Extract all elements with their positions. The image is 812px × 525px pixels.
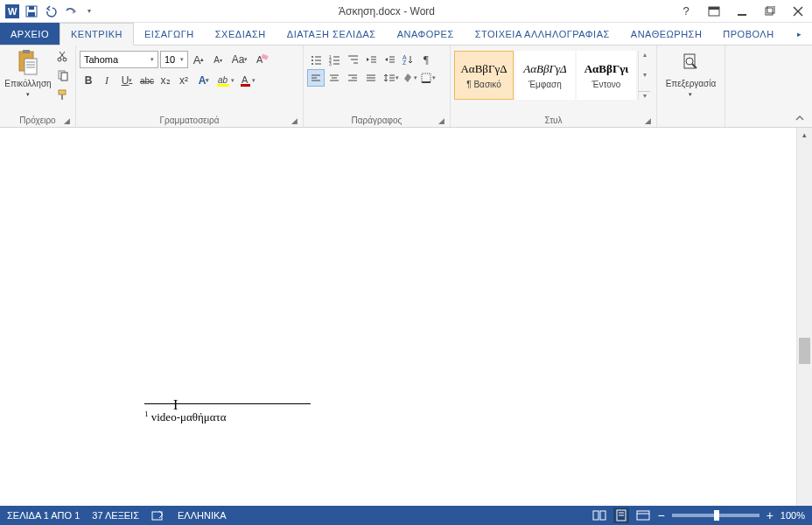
- tab-insert[interactable]: ΕΙΣΑΓΩΓΗ: [134, 23, 205, 45]
- show-marks-icon[interactable]: ¶: [417, 51, 435, 68]
- style-sample-strong: ΑαΒβΓγι: [584, 62, 629, 76]
- superscript-button[interactable]: x²: [175, 72, 192, 89]
- bullets-icon[interactable]: [307, 51, 325, 68]
- scroll-up-icon[interactable]: ▴: [797, 128, 812, 142]
- style-strong[interactable]: ΑαΒβΓγι Έντονο: [577, 51, 636, 100]
- status-bar: ΣΕΛΙΔΑ 1 ΑΠΟ 1 37 ΛΕΞΕΙΣ ΕΛΛΗΝΙΚΑ − + 10…: [0, 506, 812, 525]
- justify-icon[interactable]: [362, 69, 380, 87]
- subscript-button[interactable]: x₂: [157, 72, 174, 89]
- tab-home[interactable]: ΚΕΝΤΡΙΚΗ: [60, 23, 134, 46]
- svg-rect-76: [593, 511, 598, 520]
- style-normal[interactable]: ΑαΒβΓγΔ ¶ Βασικό: [454, 51, 514, 100]
- svg-text:A: A: [242, 74, 248, 85]
- style-sample-emphasis: ΑαΒβΓγΔ: [523, 62, 566, 76]
- clipboard-dialog-launcher-icon[interactable]: ◢: [61, 116, 72, 126]
- tab-file[interactable]: ΑΡΧΕΙΟ: [0, 23, 60, 45]
- increase-indent-icon[interactable]: [381, 51, 398, 68]
- collapse-ribbon-icon[interactable]: [793, 111, 807, 125]
- status-word-count[interactable]: 37 ΛΕΞΕΙΣ: [92, 510, 139, 521]
- align-center-icon[interactable]: [326, 69, 343, 87]
- change-case-icon[interactable]: Aa▾: [228, 51, 251, 68]
- sort-icon[interactable]: AZ: [399, 51, 416, 68]
- grow-font-icon[interactable]: A▴: [190, 51, 207, 68]
- svg-rect-14: [24, 59, 37, 74]
- format-painter-icon[interactable]: [54, 86, 72, 103]
- svg-point-73: [686, 58, 693, 65]
- tab-references[interactable]: ΑΝΑΦΟΡΕΣ: [387, 23, 465, 45]
- document-page[interactable]: I 1 video-μαθήματα: [35, 128, 779, 506]
- maximize-icon[interactable]: [760, 3, 780, 20]
- font-name-combo[interactable]: Tahoma▾: [80, 51, 158, 68]
- svg-rect-3: [29, 6, 34, 10]
- zoom-slider-thumb[interactable]: [714, 510, 719, 521]
- footnote-text[interactable]: 1 video-μαθήματα: [144, 410, 311, 424]
- numbering-icon[interactable]: 123: [326, 51, 343, 68]
- cut-icon[interactable]: [54, 47, 72, 65]
- svg-point-32: [312, 56, 313, 58]
- vertical-scrollbar[interactable]: ▴: [796, 128, 812, 506]
- italic-button[interactable]: I: [98, 72, 116, 89]
- web-layout-icon[interactable]: [636, 509, 650, 522]
- font-color-icon[interactable]: A▾: [237, 72, 258, 89]
- svg-text:W: W: [8, 6, 18, 17]
- paste-button[interactable]: Επικόλληση▾: [4, 47, 52, 98]
- tab-view[interactable]: ΠΡΟΒΟΛΗ: [712, 23, 784, 45]
- proofing-icon[interactable]: [151, 509, 165, 522]
- paste-icon: [14, 49, 42, 77]
- tab-overflow-icon[interactable]: ▸: [787, 23, 813, 45]
- style-sample-normal: ΑαΒβΓγΔ: [460, 62, 507, 76]
- zoom-out-button[interactable]: −: [657, 508, 664, 522]
- font-dialog-launcher-icon[interactable]: ◢: [289, 116, 299, 126]
- status-language[interactable]: ΕΛΛΗΝΙΚΑ: [178, 510, 227, 521]
- editing-button[interactable]: Επεξεργασία▾: [661, 47, 721, 98]
- decrease-indent-icon[interactable]: [362, 51, 380, 68]
- read-mode-icon[interactable]: [592, 509, 606, 522]
- svg-rect-13: [23, 50, 30, 53]
- tab-layout[interactable]: ΔΙΑΤΑΞΗ ΣΕΛΙΔΑΣ: [276, 23, 387, 45]
- svg-rect-24: [59, 90, 66, 94]
- svg-point-36: [312, 63, 313, 65]
- group-font: Tahoma▾ 10▾ A▴ A▾ Aa▾ A B I U▾ abc x₂ x²…: [76, 46, 304, 127]
- undo-icon[interactable]: [42, 3, 60, 20]
- shrink-font-icon[interactable]: A▾: [209, 51, 227, 68]
- help-icon[interactable]: ?: [676, 3, 696, 20]
- close-icon[interactable]: [788, 3, 808, 20]
- zoom-level[interactable]: 100%: [780, 510, 805, 521]
- svg-point-34: [312, 60, 313, 61]
- copy-icon[interactable]: [54, 66, 72, 84]
- print-layout-icon[interactable]: [613, 508, 629, 523]
- zoom-in-button[interactable]: +: [766, 508, 774, 522]
- status-page[interactable]: ΣΕΛΙΔΑ 1 ΑΠΟ 1: [7, 510, 80, 521]
- bold-button[interactable]: B: [80, 72, 97, 89]
- text-effects-icon[interactable]: A▾: [193, 72, 214, 89]
- save-icon[interactable]: [23, 3, 40, 20]
- minimize-icon[interactable]: [732, 3, 752, 20]
- styles-dialog-launcher-icon[interactable]: ◢: [642, 116, 653, 126]
- align-left-icon[interactable]: [307, 69, 325, 87]
- zoom-slider[interactable]: [672, 514, 760, 517]
- scroll-thumb[interactable]: [799, 338, 810, 364]
- tab-review[interactable]: ΑΝΑΘΕΩΡΗΣΗ: [620, 23, 713, 45]
- style-name-strong: Έντονο: [592, 80, 621, 89]
- document-area[interactable]: I 1 video-μαθήματα: [0, 128, 812, 506]
- strikethrough-button[interactable]: abc: [138, 72, 156, 89]
- tab-design[interactable]: ΣΧΕΔΙΑΣΗ: [205, 23, 276, 45]
- styles-more-icon[interactable]: ▴▾▾: [638, 51, 650, 100]
- ribbon-display-icon[interactable]: [704, 3, 724, 20]
- footnote-block: 1 video-μαθήματα: [144, 403, 311, 424]
- word-app-icon[interactable]: W: [4, 3, 21, 20]
- paragraph-dialog-launcher-icon[interactable]: ◢: [436, 116, 446, 126]
- style-emphasis[interactable]: ΑαΒβΓγΔ Έμφαση: [515, 51, 575, 100]
- footnote-separator: [144, 403, 311, 404]
- clear-formatting-icon[interactable]: A: [253, 51, 270, 68]
- multilevel-list-icon[interactable]: [344, 51, 361, 68]
- align-right-icon[interactable]: [344, 69, 361, 87]
- redo-icon[interactable]: [61, 3, 79, 20]
- qat-customize-icon[interactable]: ▾: [80, 3, 98, 20]
- window-controls: ?: [676, 3, 808, 20]
- tab-mailings[interactable]: ΣΤΟΙΧΕΙΑ ΑΛΛΗΛΟΓΡΑΦΙΑΣ: [465, 23, 620, 45]
- borders-icon[interactable]: ▾: [417, 69, 438, 87]
- font-size-combo[interactable]: 10▾: [160, 51, 188, 68]
- underline-button[interactable]: U▾: [116, 72, 137, 89]
- highlight-icon[interactable]: ab▾: [215, 72, 236, 89]
